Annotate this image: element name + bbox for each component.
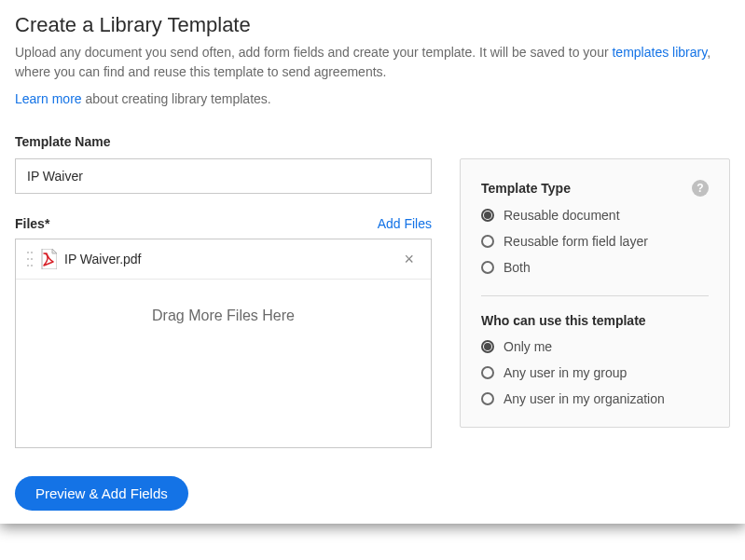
- radio-label: Reusable form field layer: [504, 234, 648, 249]
- remove-file-icon[interactable]: ×: [398, 251, 420, 267]
- radio-icon: [481, 366, 494, 379]
- radio-label: Any user in my organization: [504, 391, 665, 406]
- learn-more-after: about creating library templates.: [82, 91, 271, 106]
- files-dropzone[interactable]: IP Waiver.pdf × Drag More Files Here: [15, 239, 432, 448]
- radio-label: Only me: [504, 339, 552, 354]
- radio-icon: [481, 209, 494, 222]
- file-name: IP Waiver.pdf: [64, 252, 391, 266]
- pdf-icon: [40, 249, 57, 269]
- template-name-input[interactable]: [15, 158, 432, 194]
- radio-any-user-group[interactable]: Any user in my group: [481, 365, 709, 380]
- panel-divider: [481, 295, 709, 296]
- drag-handle-icon[interactable]: [27, 252, 33, 266]
- radio-icon: [481, 392, 494, 405]
- learn-more-line: Learn more about creating library templa…: [15, 91, 730, 106]
- template-type-group: Reusable document Reusable form field la…: [481, 208, 709, 275]
- radio-any-user-organization[interactable]: Any user in my organization: [481, 391, 709, 406]
- help-icon[interactable]: ?: [692, 180, 709, 197]
- preview-add-fields-button[interactable]: Preview & Add Fields: [15, 476, 188, 511]
- page-title: Create a Library Template: [15, 13, 730, 37]
- radio-icon: [481, 261, 494, 274]
- intro-text: Upload any document you send often, add …: [15, 43, 730, 82]
- add-files-link[interactable]: Add Files: [378, 216, 432, 231]
- radio-both[interactable]: Both: [481, 260, 709, 275]
- permission-group: Only me Any user in my group Any user in…: [481, 339, 709, 406]
- radio-only-me[interactable]: Only me: [481, 339, 709, 354]
- file-item: IP Waiver.pdf ×: [16, 239, 431, 280]
- template-type-title: Template Type: [481, 181, 571, 196]
- radio-reusable-document[interactable]: Reusable document: [481, 208, 709, 223]
- permission-title: Who can use this template: [481, 313, 709, 328]
- radio-label: Reusable document: [504, 208, 620, 223]
- radio-label: Both: [504, 260, 531, 275]
- template-name-label: Template Name: [15, 134, 730, 149]
- radio-icon: [481, 340, 494, 353]
- intro-before: Upload any document you send often, add …: [15, 45, 612, 60]
- radio-icon: [481, 235, 494, 248]
- radio-label: Any user in my group: [504, 365, 627, 380]
- drag-hint: Drag More Files Here: [16, 280, 431, 352]
- options-panel: Template Type ? Reusable document Reusab…: [460, 158, 730, 428]
- templates-library-link[interactable]: templates library: [612, 45, 707, 60]
- radio-reusable-form-field-layer[interactable]: Reusable form field layer: [481, 234, 709, 249]
- learn-more-link[interactable]: Learn more: [15, 91, 82, 106]
- files-label: Files*: [15, 216, 49, 231]
